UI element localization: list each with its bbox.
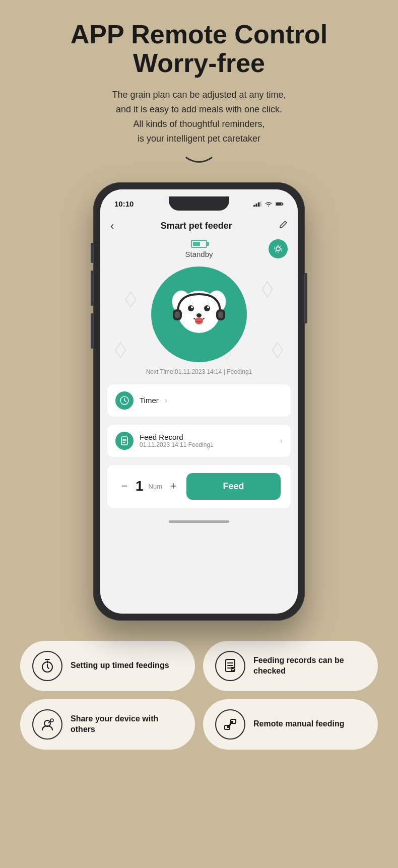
svg-point-17 [204, 305, 210, 311]
feature-grid: Setting up timed feedings Feeding record… [15, 641, 383, 750]
svg-point-16 [188, 305, 194, 311]
feature-card-timer: Setting up timed feedings [20, 641, 195, 691]
feed-record-text: Feed Record 01.11.2023 14:11 Feeding1 [140, 433, 274, 448]
qty-decrease-button[interactable]: − [117, 479, 131, 493]
svg-rect-3 [260, 201, 261, 207]
feature-icon-share [32, 709, 62, 740]
feature-card-records: Feeding records can be checked [203, 641, 378, 691]
settings-button[interactable] [269, 239, 288, 258]
smile-decoration [184, 151, 214, 182]
feature-text-records: Feeding records can be checked [253, 655, 366, 677]
feature-text-remote: Remote manual feeding [253, 719, 344, 729]
feed-record-sub: 01.11.2023 14:11 Feeding1 [140, 441, 274, 448]
side-button-vol-up [91, 271, 93, 306]
side-button-vol-down [91, 313, 93, 349]
status-time: 10:10 [114, 199, 136, 208]
back-button[interactable]: ‹ [110, 220, 114, 233]
timer-section: Timer › [107, 384, 291, 417]
svg-marker-8 [262, 282, 273, 297]
feature-card-remote: Remote manual feeding [203, 699, 378, 750]
feature-text-timer: Setting up timed feedings [71, 660, 169, 671]
feed-button[interactable]: Feed [186, 473, 281, 500]
page-title: APP Remote Control Worry-free [71, 20, 327, 78]
side-button-power [305, 273, 307, 323]
edit-button[interactable] [279, 220, 288, 232]
wifi-icon [264, 201, 273, 207]
feed-record-item[interactable]: Feed Record 01.11.2023 14:11 Feeding1 › [107, 425, 291, 457]
svg-rect-24 [175, 311, 180, 318]
feature-card-share: Share your device with others [20, 699, 195, 750]
signal-icon [253, 201, 261, 207]
device-status: Standby [100, 237, 298, 261]
header-subtitle: The grain plan can be adjusted at any ti… [112, 88, 286, 146]
svg-point-19 [207, 306, 209, 308]
app-content: ‹ Smart pet feeder Standby [100, 215, 298, 614]
svg-marker-10 [273, 342, 283, 357]
pet-circle[interactable] [151, 266, 247, 362]
app-title: Smart pet feeder [161, 221, 232, 231]
svg-rect-0 [253, 205, 255, 207]
standby-text: Standby [185, 250, 213, 258]
timer-item[interactable]: Timer › [107, 384, 291, 417]
svg-point-20 [196, 313, 202, 317]
feed-control: − 1 Num + Feed [107, 465, 291, 508]
dog-face-icon [164, 279, 234, 350]
timer-chevron: › [165, 396, 167, 405]
svg-rect-2 [258, 202, 260, 207]
next-time-text: Next Time:01.11.2023 14:14 | Feeding1 [146, 368, 252, 375]
phone-mockup: 10:10 [93, 182, 305, 621]
feed-record-icon [115, 432, 134, 450]
svg-marker-7 [125, 292, 136, 307]
svg-rect-1 [255, 204, 257, 207]
feature-text-share: Share your device with others [71, 714, 183, 735]
pet-circle-area: Next Time:01.11.2023 14:14 | Feeding1 [100, 261, 298, 380]
side-button-mute [91, 243, 93, 263]
svg-point-18 [191, 306, 193, 308]
feed-record-title: Feed Record [140, 433, 274, 441]
qty-label: Num [149, 483, 162, 490]
svg-rect-25 [218, 311, 223, 318]
feature-icon-records [215, 651, 245, 681]
page-wrapper: APP Remote Control Worry-free The grain … [0, 0, 398, 770]
status-icons [253, 201, 284, 207]
svg-rect-6 [276, 203, 282, 205]
battery-icon [276, 201, 284, 207]
svg-rect-5 [283, 203, 284, 205]
qty-number: 1 [136, 478, 144, 494]
timer-label: Timer [140, 396, 159, 405]
svg-point-38 [50, 719, 53, 722]
feature-icon-remote [215, 709, 245, 740]
timer-icon [115, 391, 134, 410]
feed-record-section: Feed Record 01.11.2023 14:11 Feeding1 › [107, 425, 291, 457]
svg-marker-9 [115, 342, 125, 357]
home-indicator-bar [169, 520, 229, 523]
device-battery-icon [191, 240, 207, 248]
feed-record-chevron: › [280, 436, 283, 445]
home-indicator [100, 515, 298, 529]
feature-icon-timer [32, 651, 62, 681]
phone-notch [169, 196, 229, 211]
quantity-control: − 1 Num + [117, 478, 180, 494]
qty-increase-button[interactable]: + [166, 479, 180, 493]
app-header: ‹ Smart pet feeder [100, 215, 298, 237]
